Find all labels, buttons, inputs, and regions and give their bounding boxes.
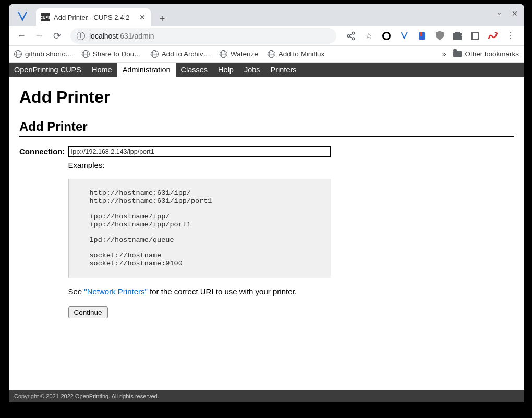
svg-point-0 (352, 32, 355, 34)
examples-label: Examples: (68, 161, 514, 169)
connection-label: Connection: (19, 146, 65, 156)
panel-icon[interactable] (470, 31, 480, 41)
network-printers-link[interactable]: "Network Printers" (84, 287, 148, 296)
circle-ext-icon[interactable] (381, 31, 392, 41)
globe-icon (151, 50, 159, 58)
cups-nav: OpenPrinting CUPS Home Administration Cl… (9, 63, 524, 77)
connection-input[interactable] (68, 146, 331, 157)
browser-tab[interactable]: CUPS Add Printer - CUPS 2.4.2 ✕ (36, 8, 151, 26)
globe-icon (268, 50, 275, 58)
nav-administration[interactable]: Administration (117, 63, 176, 77)
window-controls: ⌄ ✕ (496, 9, 518, 18)
page-footer: Copyright © 2021-2022 OpenPrinting. All … (9, 390, 524, 402)
see-text: See "Network Printers" for the correct U… (68, 287, 514, 296)
svg-rect-6 (420, 32, 422, 36)
other-bookmarks[interactable]: Other bookmarks (453, 50, 519, 58)
browser-window: CUPS Add Printer - CUPS 2.4.2 ✕ + ⌄ ✕ ← … (9, 4, 524, 402)
bookmark-ext-icon[interactable] (417, 31, 427, 41)
globe-icon (14, 50, 22, 58)
share-icon[interactable] (346, 31, 356, 41)
shield-ext-icon[interactable] (434, 31, 445, 41)
folder-icon (453, 51, 462, 57)
continue-button[interactable]: Continue (68, 306, 108, 318)
forward-button[interactable]: → (32, 29, 46, 43)
bookmark-add-archive[interactable]: Add to Archiv… (151, 50, 210, 58)
star-icon[interactable]: ☆ (364, 31, 374, 41)
minimize-icon[interactable]: ⌄ (496, 8, 502, 16)
globe-icon (82, 50, 90, 58)
scribble-ext-icon[interactable] (488, 31, 498, 41)
bookmark-miniflux[interactable]: Add to Miniflux (268, 50, 325, 58)
examples-block: http://hostname:631/ipp/ http://hostname… (68, 179, 331, 278)
nav-jobs[interactable]: Jobs (239, 63, 265, 77)
vee-icon (18, 12, 27, 21)
menu-icon[interactable]: ⋮ (505, 31, 516, 41)
section-title: Add Printer (19, 119, 514, 137)
new-tab-button[interactable]: + (155, 11, 170, 26)
svg-line-3 (349, 33, 352, 35)
close-tab-icon[interactable]: ✕ (139, 13, 146, 21)
reload-button[interactable]: ⟳ (50, 29, 64, 43)
cups-brand[interactable]: OpenPrinting CUPS (14, 66, 87, 74)
svg-line-4 (349, 36, 352, 38)
bookmark-share-douban[interactable]: Share to Dou… (82, 50, 141, 58)
nav-home[interactable]: Home (87, 63, 117, 77)
bookmark-waterize[interactable]: Waterize (220, 50, 258, 58)
site-info-icon[interactable]: i (77, 32, 85, 40)
tab-title: Add Printer - CUPS 2.4.2 (54, 14, 129, 21)
url-path: :631/admin (118, 32, 154, 40)
address-bar[interactable]: i localhost:631/admin (70, 28, 336, 44)
svg-point-2 (352, 38, 355, 40)
extensions-icon[interactable] (452, 31, 463, 41)
nav-classes[interactable]: Classes (176, 63, 213, 77)
svg-point-1 (347, 34, 350, 37)
nav-printers[interactable]: Printers (265, 63, 302, 77)
vee-ext-icon[interactable] (399, 31, 409, 41)
toolbar-actions: ☆ ⋮ (343, 31, 519, 41)
nav-help[interactable]: Help (213, 63, 239, 77)
bookmark-overflow-icon[interactable]: » (442, 50, 446, 58)
page-title: Add Printer (19, 88, 514, 107)
tab-bar: CUPS Add Printer - CUPS 2.4.2 ✕ + ⌄ ✕ (9, 4, 524, 26)
bookmark-github[interactable]: github shortc… (14, 50, 72, 58)
page-content: Add Printer Add Printer Connection: Exam… (9, 77, 524, 390)
back-button[interactable]: ← (14, 29, 29, 43)
bookmarks-bar: github shortc… Share to Dou… Add to Arch… (9, 46, 524, 63)
browser-toolbar: ← → ⟳ i localhost:631/admin ☆ ⋮ (9, 26, 524, 46)
cups-favicon: CUPS (41, 13, 50, 21)
close-window-icon[interactable]: ✕ (512, 9, 518, 18)
url-host: localhost (89, 32, 118, 40)
app-icon (13, 7, 32, 26)
connection-row: Connection: Examples: http://hostname:63… (19, 146, 514, 318)
globe-icon (220, 50, 227, 58)
